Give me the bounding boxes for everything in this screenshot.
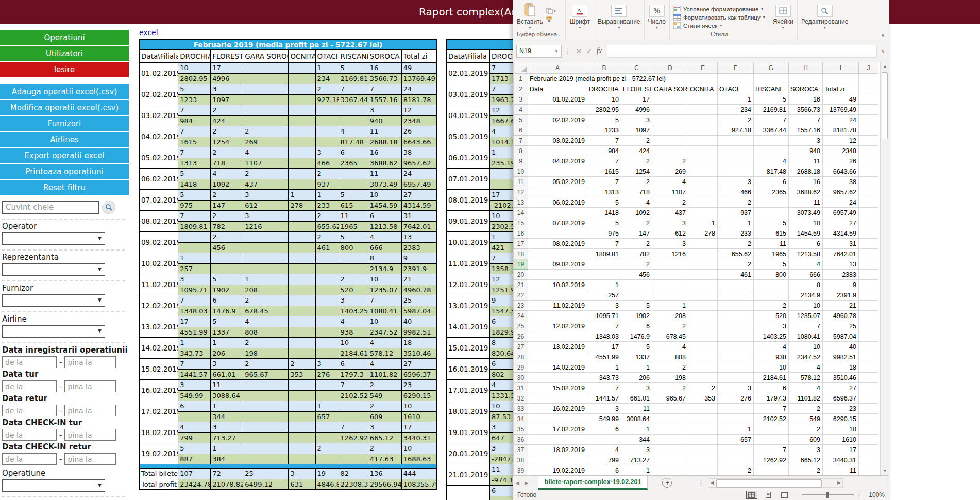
cell[interactable]: [528, 373, 587, 383]
row-header-26[interactable]: 26: [514, 331, 528, 342]
operatiune-select[interactable]: ▼: [2, 479, 105, 492]
cell[interactable]: 2: [652, 156, 688, 166]
cell[interactable]: [718, 290, 754, 301]
data-inregistrarii-to[interactable]: [64, 356, 116, 368]
cell[interactable]: [859, 166, 878, 177]
data-tur-from[interactable]: [2, 380, 57, 392]
cell[interactable]: 3: [652, 239, 688, 249]
row-header-16[interactable]: 16: [514, 228, 528, 239]
cell[interactable]: [859, 228, 878, 239]
cell[interactable]: [754, 435, 789, 445]
cell[interactable]: [652, 445, 688, 455]
cell[interactable]: [718, 404, 754, 414]
cell[interactable]: 344: [621, 435, 652, 445]
cell[interactable]: 7: [789, 115, 823, 125]
cell[interactable]: [859, 342, 878, 352]
cell[interactable]: [859, 125, 878, 136]
cell[interactable]: 2: [688, 383, 718, 393]
row-header-19[interactable]: 19: [514, 259, 528, 270]
row-header-7[interactable]: 7: [514, 136, 528, 146]
cell[interactable]: [587, 259, 621, 270]
dialog-launcher-icon[interactable]: ⌐: [559, 32, 562, 37]
scrollbar-thumb[interactable]: [882, 72, 888, 139]
cell[interactable]: 15.02.2019: [528, 383, 587, 393]
cell[interactable]: 06.02.2019: [528, 197, 587, 208]
cell[interactable]: 233: [718, 228, 754, 239]
zoom-in-icon[interactable]: +: [857, 491, 861, 499]
cell[interactable]: 10: [789, 301, 823, 311]
cell[interactable]: 2: [789, 424, 823, 435]
cell[interactable]: 2688.18: [789, 166, 823, 177]
cell[interactable]: 04.02.2019: [528, 156, 587, 166]
cell[interactable]: 549: [789, 414, 823, 424]
cell[interactable]: [652, 146, 688, 156]
cell[interactable]: [859, 177, 878, 187]
cell[interactable]: [859, 404, 878, 414]
cell[interactable]: 2365: [754, 187, 789, 197]
cell[interactable]: 1262.92: [754, 455, 789, 465]
row-header-22[interactable]: 22: [514, 290, 528, 301]
cell[interactable]: 19.02.2019: [528, 465, 587, 476]
cell[interactable]: 549.99: [587, 414, 621, 424]
cell[interactable]: 6: [789, 239, 823, 249]
cell[interactable]: 17: [621, 94, 652, 105]
cell[interactable]: 3: [718, 177, 754, 187]
cell[interactable]: 8: [789, 280, 823, 290]
cell[interactable]: [718, 156, 754, 166]
cell[interactable]: 16: [789, 94, 823, 105]
cell[interactable]: 1: [718, 424, 754, 435]
cell[interactable]: [688, 465, 718, 476]
row-header-35[interactable]: 35: [514, 424, 528, 435]
formula-bar-expand-icon[interactable]: ∨: [880, 48, 886, 54]
cells-button[interactable]: Ячейки ▾: [773, 5, 793, 30]
cell[interactable]: [528, 105, 587, 115]
cell[interactable]: 38: [823, 177, 859, 187]
cell[interactable]: 7642.01: [823, 249, 859, 259]
cell[interactable]: 7: [789, 321, 823, 331]
cell[interactable]: 24: [823, 197, 859, 208]
cell[interactable]: 1080.41: [789, 331, 823, 342]
zoom-level[interactable]: 100%: [866, 491, 885, 498]
new-sheet-icon[interactable]: +: [662, 478, 672, 488]
row-header-2[interactable]: 2: [514, 84, 528, 94]
cell[interactable]: 975: [587, 228, 621, 239]
cell[interactable]: [754, 136, 789, 146]
cell[interactable]: 1615: [587, 166, 621, 177]
cell[interactable]: 609: [789, 435, 823, 445]
cell[interactable]: [718, 414, 754, 424]
cell[interactable]: [652, 404, 688, 414]
cell[interactable]: OTACI: [718, 84, 754, 94]
row-header-23[interactable]: 23: [514, 301, 528, 311]
cell[interactable]: 13.02.2019: [528, 342, 587, 352]
cell[interactable]: 6: [587, 424, 621, 435]
row-header-4[interactable]: 4: [514, 105, 528, 115]
collapse-ribbon-icon[interactable]: ∧: [881, 32, 885, 38]
page-layout-view-icon[interactable]: [763, 491, 774, 499]
cell[interactable]: 206: [621, 373, 652, 383]
name-box[interactable]: N19▼: [516, 45, 562, 58]
enter-icon[interactable]: ✓: [586, 47, 592, 55]
column-header-A[interactable]: A: [528, 62, 587, 74]
paste-button[interactable]: Вставить ▾: [517, 3, 543, 30]
cell[interactable]: 10: [754, 362, 789, 373]
cell[interactable]: 1: [621, 362, 652, 373]
row-header-27[interactable]: 27: [514, 342, 528, 352]
cell[interactable]: 1235.07: [789, 311, 823, 321]
cell[interactable]: 21: [823, 301, 859, 311]
cell[interactable]: 234: [718, 105, 754, 115]
cell[interactable]: 1441.57: [587, 393, 621, 404]
cell[interactable]: 665.12: [789, 455, 823, 465]
cell[interactable]: 2383: [823, 270, 859, 280]
cell[interactable]: [587, 270, 621, 280]
cell[interactable]: [859, 301, 878, 311]
cell[interactable]: 1454.59: [789, 228, 823, 239]
cell[interactable]: [718, 352, 754, 362]
cell[interactable]: 2: [621, 259, 652, 270]
row-header-36[interactable]: 36: [514, 435, 528, 445]
cell[interactable]: 424: [621, 146, 652, 156]
cell[interactable]: 2169.81: [754, 105, 789, 115]
column-header-E[interactable]: E: [688, 62, 718, 74]
cell[interactable]: 17: [823, 445, 859, 455]
format-painter-button[interactable]: [546, 16, 556, 23]
row-header-25[interactable]: 25: [514, 321, 528, 331]
